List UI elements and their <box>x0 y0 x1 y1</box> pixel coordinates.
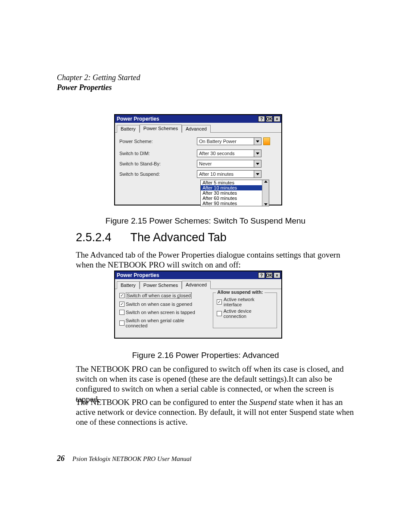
standby-value: Never <box>199 161 212 166</box>
titlebar-buttons: ? OK × <box>258 272 280 278</box>
dropdown-item[interactable]: After 90 minutes <box>201 201 269 206</box>
check-label: Switch on when case is opened <box>126 302 192 307</box>
dropdown-arrow-icon <box>254 138 261 145</box>
standby-select[interactable]: Never <box>197 160 262 168</box>
check-label: Switch on when screen is tapped <box>126 310 195 315</box>
row-switch-suspend: Switch to Suspend: After 10 minutes <box>115 169 281 179</box>
check-switch-on-serial[interactable]: Switch on when serial cable connected <box>119 318 203 328</box>
row-switch-dim: Switch to DIM: After 30 seconds <box>115 148 281 159</box>
battery-icon <box>263 137 270 145</box>
advanced-body: Switch off when case is closed Switch on… <box>115 289 281 332</box>
ok-button[interactable]: OK <box>266 272 273 278</box>
suspend-label: Switch to Suspend: <box>119 171 197 177</box>
dialog-tabs: Battery Power Schemes Advanced <box>115 123 281 133</box>
scroll-up-icon <box>264 180 268 183</box>
check-label: Active network interface <box>224 297 273 307</box>
page-footer: 26 Psion Teklogix NETBOOK PRO User Manua… <box>57 454 192 463</box>
dropdown-arrow-icon <box>254 150 261 157</box>
power-scheme-label: Power Scheme: <box>119 139 197 144</box>
check-switch-off-closed[interactable]: Switch off when case is closed <box>119 292 203 299</box>
document-page: Chapter 2: Getting Started Power Propert… <box>0 0 411 532</box>
close-button[interactable]: × <box>274 272 280 278</box>
heading-number: 2.5.2.4 <box>76 231 112 244</box>
ok-button[interactable]: OK <box>266 116 273 122</box>
power-scheme-select[interactable]: On Battery Power <box>197 137 262 145</box>
checkbox-icon <box>119 302 125 307</box>
checkbox-icon <box>119 293 125 298</box>
tab-power-schemes[interactable]: Power Schemes <box>140 281 182 289</box>
section-title: Power Properties <box>57 83 140 92</box>
tab-power-schemes[interactable]: Power Schemes <box>140 124 182 133</box>
checkbox-icon <box>119 320 125 326</box>
row-switch-standby: Switch to Stand-By: Never <box>115 159 281 169</box>
dropdown-item-selected[interactable]: After 10 minutes <box>201 185 269 190</box>
dialog-titlebar: Power Properties ? OK × <box>115 115 281 123</box>
dialog-title: Power Properties <box>117 116 159 122</box>
suspend-value: After 10 minutes <box>199 171 234 177</box>
check-switch-on-tapped[interactable]: Switch on when screen is tapped <box>119 310 203 315</box>
tab-battery[interactable]: Battery <box>117 125 140 133</box>
dropdown-item[interactable]: After 5 minutes <box>201 180 269 185</box>
help-button[interactable]: ? <box>258 116 265 122</box>
dim-label: Switch to DIM: <box>119 151 197 156</box>
titlebar-buttons: ? OK × <box>258 116 280 122</box>
dropdown-arrow-icon <box>254 171 261 177</box>
check-label: Switch off when case is closed <box>126 292 192 299</box>
suspend-dropdown-list[interactable]: After 5 minutes After 10 minutes After 3… <box>200 180 269 206</box>
checkbox-icon <box>119 310 125 315</box>
help-button[interactable]: ? <box>258 272 265 278</box>
row-power-scheme: Power Scheme: On Battery Power <box>115 136 281 146</box>
page-number: 26 <box>57 454 65 463</box>
scroll-down-icon <box>264 203 268 205</box>
tab-advanced[interactable]: Advanced <box>182 125 211 133</box>
power-scheme-value: On Battery Power <box>199 139 237 144</box>
allow-suspend-fieldset: Allow suspend with: Active network inter… <box>213 292 277 328</box>
fieldset-legend: Allow suspend with: <box>216 289 264 295</box>
section-heading: 2.5.2.4 The Advanced Tab <box>76 231 227 244</box>
suspend-select[interactable]: After 10 minutes <box>197 170 262 178</box>
dialog-title: Power Properties <box>117 272 159 278</box>
figure-caption-2: Figure 2.16 Power Properties: Advanced <box>0 351 411 360</box>
checkbox-icon <box>217 299 222 305</box>
tab-battery[interactable]: Battery <box>117 281 140 289</box>
dim-value: After 30 seconds <box>199 151 235 156</box>
check-switch-on-opened[interactable]: Switch on when case is opened <box>119 302 203 307</box>
standby-label: Switch to Stand-By: <box>119 161 197 166</box>
chapter-title: Chapter 2: Getting Started <box>57 73 140 82</box>
check-active-device[interactable]: Active device connection <box>217 308 273 319</box>
footer-text: Psion Teklogix NETBOOK PRO User Manual <box>72 455 192 463</box>
figure-caption-1: Figure 2.15 Power Schemes: Switch To Sus… <box>0 216 411 226</box>
power-schemes-dialog: Power Properties ? OK × Battery Power Sc… <box>114 114 282 205</box>
close-button[interactable]: × <box>274 116 280 122</box>
advanced-dialog: Power Properties ? OK × Battery Power Sc… <box>114 271 282 339</box>
check-label: Active device connection <box>224 308 273 319</box>
checkbox-icon <box>217 311 222 316</box>
dropdown-item[interactable]: After 60 minutes <box>201 196 269 201</box>
check-active-network[interactable]: Active network interface <box>217 297 273 307</box>
page-header: Chapter 2: Getting Started Power Propert… <box>57 73 140 92</box>
check-label: Switch on when serial cable connected <box>126 318 204 328</box>
dim-select[interactable]: After 30 seconds <box>197 149 262 157</box>
dialog-tabs: Battery Power Schemes Advanced <box>115 279 281 289</box>
tab-advanced[interactable]: Advanced <box>182 281 211 289</box>
paragraph-1: The Advanced tab of the Power Properties… <box>76 250 356 270</box>
heading-text: The Advanced Tab <box>131 231 227 244</box>
dropdown-arrow-icon <box>254 160 261 167</box>
dialog-titlebar: Power Properties ? OK × <box>115 271 281 279</box>
paragraph-3: The NETBOOK PRO can be configured to ent… <box>76 397 356 427</box>
advanced-left-column: Switch off when case is closed Switch on… <box>119 292 203 328</box>
dropdown-scrollbar[interactable] <box>262 180 269 206</box>
dropdown-item[interactable]: After 30 minutes <box>201 190 269 196</box>
